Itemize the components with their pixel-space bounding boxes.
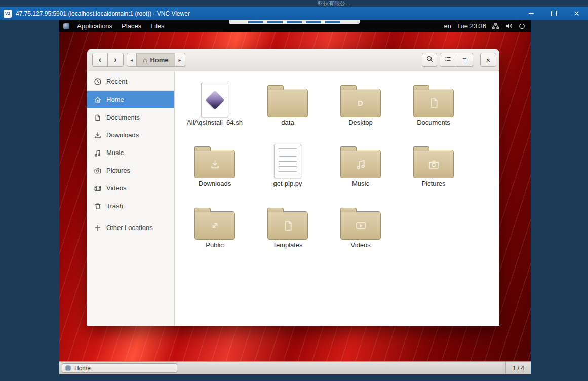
- sidebar-item-home[interactable]: Home: [87, 91, 174, 108]
- file-item-documents[interactable]: Documents: [400, 79, 467, 140]
- search-button[interactable]: [422, 53, 437, 67]
- file-item-aliaqsinstall-64-sh[interactable]: AliAqsInstall_64.sh: [181, 79, 248, 140]
- emblem-videos-icon: [341, 212, 380, 239]
- vnc-titlebar[interactable]: V2 47.75.127.95:5901 (localhost.localdom…: [0, 7, 588, 20]
- remote-desktop: Applications Places Files en Tue 23:36: [59, 20, 531, 374]
- sidebar-item-trash[interactable]: Trash: [87, 197, 174, 215]
- emblem-pictures-icon: [414, 150, 453, 178]
- files-window: ‹ › ◂ ⌂ Home ▸: [87, 49, 499, 326]
- sidebar-item-videos[interactable]: Videos: [87, 179, 174, 197]
- file-item-label: Templates: [272, 242, 302, 249]
- view-toggle-button[interactable]: [440, 53, 456, 67]
- icon-view-icon: [444, 55, 452, 64]
- window-list-bar: Home 1 / 4: [59, 361, 531, 374]
- folder-icon: [267, 211, 308, 240]
- plus-icon: [94, 224, 102, 232]
- file-item-label: Documents: [417, 119, 450, 127]
- file-item-label: Videos: [350, 242, 371, 249]
- file-content-area[interactable]: AliAqsInstall_64.sh data D Desktop Docum…: [175, 71, 499, 326]
- file-item-label: data: [281, 119, 294, 127]
- sidebar-item-recent[interactable]: Recent: [87, 72, 174, 91]
- sidebar-item-label: Pictures: [106, 167, 130, 174]
- downloads-icon: [94, 131, 102, 139]
- sidebar-item-other-locations[interactable]: Other Locations: [87, 219, 174, 237]
- power-icon[interactable]: [518, 22, 526, 30]
- taskbar-window-label: Home: [74, 365, 91, 372]
- file-grid: AliAqsInstall_64.sh data D Desktop Docum…: [178, 79, 499, 262]
- vnc-window-title: 47.75.127.95:5901 (localhost.localdomain…: [16, 10, 190, 17]
- sidebar-item-downloads[interactable]: Downloads: [87, 126, 174, 144]
- sidebar-item-label: Music: [106, 149, 124, 157]
- home-icon: ⌂: [143, 56, 147, 64]
- file-item-get-pip-py[interactable]: get-pip.py: [254, 140, 321, 201]
- sidebar-item-music[interactable]: Music: [87, 144, 174, 162]
- location-label: Home: [150, 56, 168, 64]
- forward-button[interactable]: ›: [108, 53, 124, 67]
- sidebar: Recent Home Documents Downloads Music Pi…: [87, 71, 175, 326]
- minimize-icon: [529, 13, 534, 14]
- file-item-label: Downloads: [199, 180, 231, 188]
- volume-icon[interactable]: [505, 22, 513, 30]
- close-button[interactable]: [565, 7, 588, 20]
- text-file-lines-icon: [279, 148, 297, 173]
- script-icon: [201, 83, 228, 117]
- path-bar: ◂ ⌂ Home ▸: [127, 53, 185, 67]
- file-item-videos[interactable]: Videos: [327, 201, 394, 262]
- back-button[interactable]: ‹: [92, 53, 108, 67]
- file-item-desktop[interactable]: D Desktop: [327, 79, 394, 140]
- menu-files[interactable]: Files: [146, 20, 169, 32]
- window-close-button[interactable]: ×: [480, 53, 496, 67]
- network-icon[interactable]: [492, 22, 499, 30]
- sidebar-item-documents[interactable]: Documents: [87, 108, 174, 126]
- close-icon: [574, 11, 579, 16]
- vnc-toolbar-peek[interactable]: [229, 20, 360, 24]
- view-buttons: ≡: [440, 53, 473, 67]
- vnc-logo-icon: V2: [4, 10, 12, 18]
- file-item-music[interactable]: Music: [327, 140, 394, 201]
- file-item-label: Music: [352, 180, 369, 188]
- sidebar-item-label: Trash: [106, 202, 123, 210]
- file-item-downloads[interactable]: Downloads: [181, 140, 248, 201]
- trash-icon: [94, 202, 102, 210]
- file-item-label: Pictures: [422, 180, 446, 188]
- sidebar-item-pictures[interactable]: Pictures: [87, 162, 174, 179]
- emblem-documents-icon: [414, 89, 453, 117]
- history-buttons: ‹ ›: [92, 53, 124, 67]
- location-home-button[interactable]: ⌂ Home: [137, 53, 175, 67]
- sidebar-item-label: Downloads: [106, 131, 139, 139]
- minimize-button[interactable]: [520, 7, 542, 20]
- folder-icon: [340, 211, 381, 240]
- hamburger-menu-button[interactable]: ≡: [456, 53, 473, 67]
- applications-menu-icon: [63, 23, 69, 29]
- music-icon: [94, 149, 102, 157]
- file-item-public[interactable]: Public: [181, 201, 248, 262]
- file-item-pictures[interactable]: Pictures: [400, 140, 467, 201]
- input-method-indicator[interactable]: en: [444, 22, 451, 30]
- taskbar-window-button[interactable]: Home: [62, 363, 177, 373]
- file-item-label: Desktop: [348, 119, 373, 127]
- folder-icon: [413, 150, 454, 178]
- sidebar-item-label: Videos: [106, 184, 127, 192]
- emblem-desktop-icon: D: [341, 89, 380, 117]
- file-item-label: AliAqsInstall_64.sh: [187, 119, 243, 127]
- folder-icon: [340, 150, 381, 178]
- file-item-data[interactable]: data: [254, 79, 321, 140]
- folder-icon: [267, 89, 308, 117]
- folder-icon: [194, 211, 235, 240]
- recent-icon: [94, 78, 102, 86]
- path-scroll-right-button[interactable]: ▸: [175, 53, 185, 67]
- menu-applications[interactable]: Applications: [72, 20, 117, 32]
- maximize-button[interactable]: [542, 7, 565, 20]
- workspace-indicator[interactable]: 1 / 4: [505, 362, 531, 374]
- screen: 科技有限公… V2 47.75.127.95:5901 (localhost.l…: [0, 0, 588, 381]
- documents-icon: [94, 113, 102, 122]
- file-item-label: Public: [206, 242, 223, 249]
- maximize-icon: [551, 11, 557, 16]
- path-scroll-left-button[interactable]: ◂: [127, 53, 137, 67]
- topbar-status-area: en Tue 23:36: [444, 22, 531, 30]
- sidebar-item-label: Recent: [106, 78, 127, 85]
- home-icon: [94, 96, 102, 104]
- clock[interactable]: Tue 23:36: [457, 22, 486, 30]
- menu-places[interactable]: Places: [117, 20, 146, 32]
- file-item-templates[interactable]: Templates: [254, 201, 321, 262]
